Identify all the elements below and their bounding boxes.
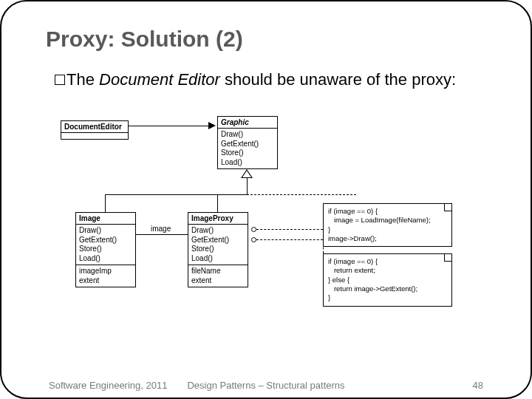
body-post: should be unaware of the proxy:: [220, 70, 456, 89]
slide-title: Proxy: Solution (2): [46, 27, 243, 52]
uml-class-name: Image: [76, 213, 135, 225]
uml-op: GetExtent(): [221, 140, 274, 149]
uml-dashed-line: [256, 229, 323, 230]
body-pre: The: [66, 70, 99, 89]
uml-op: GetExtent(): [79, 236, 132, 245]
uml-class-name: DocumentEditor: [61, 121, 128, 133]
uml-note-getextent: if (image == 0) { return extent; } else …: [323, 253, 452, 307]
uml-attr: imageImp: [79, 267, 132, 276]
uml-line: [105, 194, 247, 195]
note-fold-icon: [444, 254, 451, 262]
uml-op: Load(): [221, 158, 274, 168]
uml-attr: extent: [191, 276, 245, 286]
uml-attr: extent: [79, 276, 132, 286]
uml-op: Store(): [79, 245, 132, 254]
note-line: image->Draw();: [328, 234, 447, 243]
uml-op: Draw(): [221, 130, 274, 140]
uml-ops: Draw() GetExtent() Store() Load(): [188, 225, 248, 265]
uml-attrs: fileName extent: [188, 265, 248, 287]
note-line: if (image == 0) {: [328, 207, 447, 216]
uml-class-imageproxy: ImageProxy Draw() GetExtent() Store() Lo…: [188, 212, 248, 287]
note-line: image = LoadImage(fileName);: [328, 216, 447, 225]
uml-line: [247, 178, 248, 194]
uml-dashed-line: [247, 194, 356, 195]
note-fold-icon: [444, 204, 451, 211]
note-line: if (image == 0) {: [328, 257, 447, 266]
uml-line: [105, 194, 106, 212]
uml-association-line: [136, 234, 188, 235]
uml-association-line: [129, 126, 210, 126]
uml-ops: Draw() GetExtent() Store() Load(): [76, 225, 135, 265]
uml-attr: fileName: [191, 267, 245, 276]
uml-association-label: image: [151, 225, 171, 233]
uml-ops: Draw() GetExtent() Store() Load(): [218, 129, 277, 168]
uml-generalization-icon: [241, 169, 253, 178]
note-connector-icon: [251, 237, 256, 242]
slide: Proxy: Solution (2) The Document Editor …: [0, 0, 532, 399]
body-text: The Document Editor should be unaware of…: [55, 69, 476, 90]
arrowhead-icon: [208, 122, 216, 129]
uml-op: Draw(): [79, 226, 132, 236]
note-line: return extent;: [328, 266, 447, 275]
uml-attrs: imageImp extent: [76, 265, 135, 287]
uml-op: Store(): [221, 149, 274, 158]
body-italic: Document Editor: [99, 70, 220, 89]
uml-class-image: Image Draw() GetExtent() Store() Load() …: [75, 212, 136, 287]
uml-op: Store(): [191, 245, 245, 254]
footer-right: 48: [473, 380, 483, 391]
note-line: return image->GetExtent();: [328, 284, 447, 293]
uml-op: GetExtent(): [191, 236, 245, 245]
uml-op: Load(): [79, 254, 132, 264]
uml-line: [217, 194, 218, 212]
uml-class-documenteditor: DocumentEditor: [61, 120, 129, 140]
uml-class-name: Graphic: [218, 117, 277, 129]
uml-op: Draw(): [191, 226, 245, 236]
footer-center: Design Patterns – Structural patterns: [1, 380, 531, 391]
note-line: }: [328, 293, 447, 302]
uml-op: Load(): [191, 254, 245, 264]
uml-diagram: DocumentEditor Graphic Draw() GetExtent(…: [61, 116, 474, 323]
uml-class-name: ImageProxy: [188, 213, 248, 225]
note-line: } else {: [328, 276, 447, 284]
note-line: }: [328, 225, 447, 234]
uml-class-graphic: Graphic Draw() GetExtent() Store() Load(…: [217, 116, 278, 169]
uml-dashed-line: [256, 239, 323, 240]
bullet-square-icon: [55, 75, 65, 85]
uml-note-draw: if (image == 0) { image = LoadImage(file…: [323, 203, 452, 247]
note-connector-icon: [251, 227, 256, 232]
uml-empty-section: [61, 133, 128, 139]
